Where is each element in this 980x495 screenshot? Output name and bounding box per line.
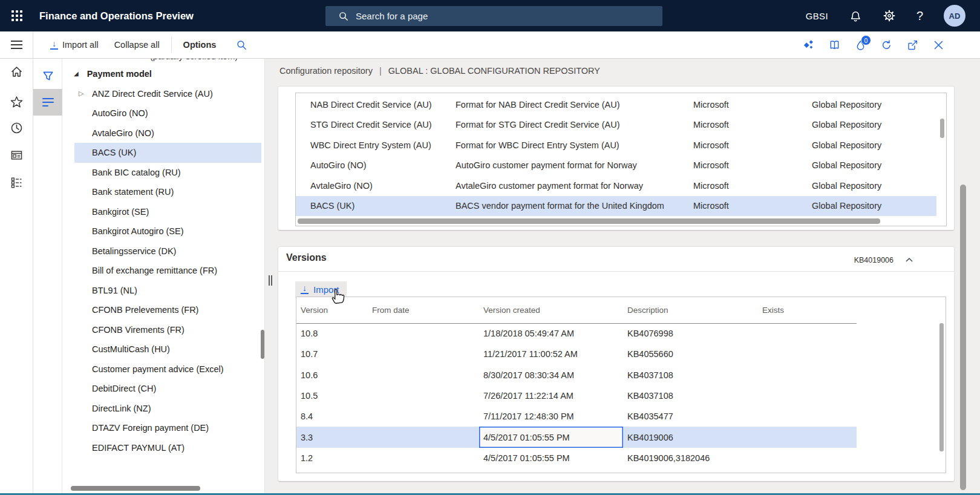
version-table-row[interactable]: 8.4 7/11/2017 12:48:30 PM KB4035477 [296,406,857,427]
top-app-bar: Finance and Operations Preview Search fo… [0,0,980,31]
show-list-button[interactable] [33,89,62,116]
col-header-version[interactable]: Version [296,306,368,315]
version-table-row[interactable]: 1.2 4/5/2017 01:05:55 PM KB4019006,31820… [296,448,857,468]
toolbar-search-icon[interactable] [236,39,247,51]
nav-hamburger-button[interactable] [0,31,33,59]
import-all-button[interactable]: ↓ Import all [42,36,106,53]
hamburger-icon [11,38,22,51]
tree-item[interactable]: AutoGiro (NO) [74,103,261,123]
page-vertical-scrollbar[interactable] [960,185,966,490]
version-created-cell[interactable]: 7/11/2017 12:48:30 PM [479,406,623,427]
format-table-row[interactable]: WBC Direct Entry System (AU) Format for … [296,135,936,156]
version-cell: 1.2 [296,448,368,468]
from-date-cell [368,427,479,447]
col-header-exists[interactable]: Exists [758,306,857,315]
open-in-new-window-icon[interactable] [906,39,919,51]
breadcrumb-page[interactable]: Configuration repository [279,66,373,76]
favorites-star-icon[interactable] [10,95,24,109]
tree-item-caret-icon[interactable]: ▷ [79,90,92,97]
format-table-row[interactable]: BACS (UK) BACS vendor payment format for… [296,196,936,217]
close-icon[interactable] [932,39,945,51]
waffle-icon [11,10,22,21]
breadcrumb-context[interactable]: GLOBAL : GLOBAL CONFIGURATION REPOSITORY [388,66,600,76]
tree-horizontal-scrollbar[interactable] [71,486,200,491]
expanded-caret-icon[interactable]: ◢ [74,70,79,77]
tree-item-label: BTL91 (NL) [92,286,137,295]
page-search-box[interactable]: Search for a page [325,6,662,26]
formats-horizontal-scrollbar[interactable] [298,218,880,224]
format-table-row[interactable]: AvtaleGiro (NO) AvtaleGiro customer paym… [296,175,936,196]
format-name-cell: BACS (UK) [310,201,456,211]
home-icon[interactable] [10,65,24,79]
splitter-grip-icon[interactable] [269,275,272,286]
tree-item[interactable]: EDIFACT PAYMUL (AT) [74,438,261,458]
tree-item[interactable]: BACS (UK) [74,143,261,163]
formats-vertical-scrollbar[interactable] [940,119,944,138]
version-table-row[interactable]: 3.3 4/5/2017 01:05:55 PM KB4019006 [296,427,857,447]
format-description-cell: Format for WBC Direct Entry System (AU) [456,140,693,150]
tree-vertical-scrollbar[interactable] [261,330,264,359]
from-date-cell [368,323,479,344]
format-table-row[interactable]: NAB Direct Credit Service (AU) Format fo… [296,94,936,115]
tree-item[interactable]: CFONB Virements (FR) [74,320,261,340]
recent-clock-icon[interactable] [10,121,24,135]
feature-diamonds-icon[interactable] [802,39,815,51]
tree-item[interactable]: CustMultiCash (HU) [74,339,261,359]
tree-item[interactable]: DebitDirect (CH) [74,379,261,399]
col-header-version-created[interactable]: Version created [479,306,623,315]
format-table-row[interactable]: STG Direct Credit Service (AU) Format fo… [296,115,936,136]
notifications-bell-icon[interactable] [849,9,862,22]
version-created-cell[interactable]: 11/21/2017 11:00:52 AM [479,344,623,364]
options-menu-button[interactable]: Options [175,36,224,53]
tree-item[interactable]: Bank statement (RU) [74,182,261,202]
version-created-cell[interactable]: 4/5/2017 01:05:55 PM [479,448,623,468]
workspaces-list-icon[interactable] [10,175,24,189]
format-description-cell: AvtaleGiro customer payment format for N… [456,181,693,191]
exists-cell [758,344,857,364]
waffle-menu-button[interactable] [0,0,33,31]
tree-item[interactable]: DirectLink (NZ) [74,399,261,419]
tree-item[interactable]: AvtaleGiro (NO) [74,123,261,143]
tree-item[interactable]: DTAZV Foreign payment (DE) [74,418,261,438]
tree-item[interactable]: Bankgirot Autogiro (SE) [74,221,261,241]
user-avatar[interactable]: AD [944,5,965,27]
tree-item[interactable]: Bank BIC catalog (RU) [74,163,261,183]
panel-splitter[interactable] [264,59,276,494]
format-table-row[interactable]: AutoGiro (NO) AutoGiro customer payment … [296,156,936,176]
version-created-cell[interactable]: 7/26/2017 11:22:14 AM [479,385,623,406]
messages-icon[interactable]: 0 [854,39,867,51]
version-table-row[interactable]: 10.7 11/21/2017 11:00:52 AM KB4055660 [296,344,857,364]
version-table-row[interactable]: 10.6 8/30/2017 08:30:34 AM KB4037108 [296,365,857,385]
tree-item-label: DTAZV Foreign payment (DE) [92,423,209,433]
company-picker[interactable]: GBSI [806,11,828,21]
tree-item[interactable]: Betalingsservice (DK) [74,241,261,261]
versions-kb-label: KB4019006 [854,256,893,264]
office-book-icon[interactable] [828,39,841,51]
col-header-description[interactable]: Description [623,306,758,315]
collapse-chevron-up-icon[interactable] [904,255,914,265]
import-version-button[interactable]: ↓ Import [295,281,347,298]
version-table-row[interactable]: 10.5 7/26/2017 11:22:14 AM KB4037108 [296,385,857,406]
tree-item[interactable]: Bill of exchange remittance (FR) [74,261,261,281]
col-header-from-date[interactable]: From date [368,306,479,315]
version-table-row[interactable]: 10.8 1/18/2018 05:49:47 AM KB4076998 [296,323,857,344]
settings-gear-icon[interactable] [883,9,896,22]
description-cell: KB4035477 [623,406,758,427]
exists-cell [758,385,857,406]
tree-item[interactable]: Customer payment advice (Excel) [74,359,261,379]
version-created-cell[interactable]: 1/18/2018 05:49:47 AM [479,323,623,344]
tree-item[interactable]: CFONB Prelevements (FR) [74,300,261,320]
filter-button[interactable] [33,62,62,89]
version-created-cell[interactable]: 4/5/2017 01:05:55 PM [479,427,623,447]
version-created-cell[interactable]: 8/30/2017 08:30:34 AM [479,365,623,385]
collapse-all-button[interactable]: Collapse all [106,36,168,53]
refresh-icon[interactable] [880,39,893,51]
formats-grid: NAB Direct Credit Service (AU) Format fo… [295,93,947,226]
tree-item[interactable]: Bankgirot (SE) [74,202,261,222]
form-window-icon[interactable] [10,148,24,162]
help-icon[interactable]: ? [916,9,923,23]
tree-item[interactable]: BTL91 (NL) [74,281,261,301]
tree-node-payment-model[interactable]: ◢ Payment model [62,64,264,84]
tree-item[interactable]: ▷ ANZ Direct Credit Service (AU) [74,84,261,104]
versions-vertical-scrollbar[interactable] [939,323,944,451]
